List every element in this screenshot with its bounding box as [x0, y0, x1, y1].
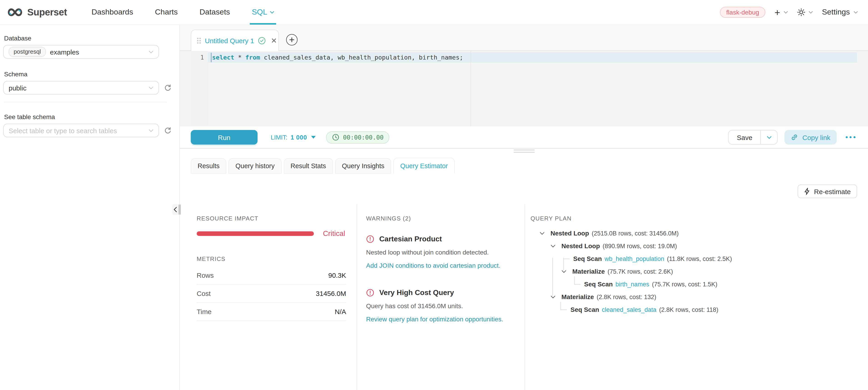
tab-query-insights[interactable]: Query Insights: [335, 158, 391, 174]
tab-result-stats[interactable]: Result Stats: [284, 158, 333, 174]
superset-logo[interactable]: Superset: [6, 0, 67, 25]
nav-item-dashboards[interactable]: Dashboards: [81, 0, 144, 25]
run-button[interactable]: Run: [191, 130, 257, 145]
warning-suggestion-link[interactable]: Review query plan for optimization oppor…: [366, 316, 515, 323]
result-tab-bar: Results Query history Result Stats Query…: [180, 154, 868, 174]
sql-lab-app: Superset Dashboards Charts Datasets SQL …: [0, 0, 868, 390]
metric-row-rows: Rows 90.3K: [197, 266, 346, 284]
resource-impact-section: RESOURCE IMPACT Critical METRICS Rows 90…: [180, 204, 356, 390]
sidebar-divider: [4, 102, 167, 102]
table-explorer-sidebar: Database postgresql examples Schema publ…: [0, 25, 180, 390]
sun-icon: [797, 8, 805, 17]
query-tab-title: Untitled Query 1: [205, 37, 254, 44]
warnings-heading: WARNINGS (2): [366, 215, 515, 222]
more-actions-button[interactable]: •••: [845, 133, 857, 141]
panel-resize-handle[interactable]: [179, 205, 181, 214]
close-tab-icon[interactable]: ✕: [271, 36, 277, 45]
tree-collapse-caret[interactable]: [539, 232, 545, 235]
impact-progress-bar: [197, 231, 314, 236]
tree-collapse-caret[interactable]: [550, 244, 556, 247]
new-dropdown[interactable]: +: [775, 7, 788, 17]
tree-corner-icon: [560, 302, 567, 310]
splitter-drag-handle[interactable]: [514, 150, 534, 154]
editor-toolbar: Run LIMIT:1 000 00:00:00.00 Save: [180, 126, 868, 149]
limit-dropdown[interactable]: LIMIT:1 000: [271, 134, 316, 141]
navbar-right: flask-debug + Settings: [720, 0, 858, 25]
resource-impact-heading: RESOURCE IMPACT: [197, 215, 346, 222]
chevron-down-icon: [270, 11, 275, 13]
settings-menu[interactable]: Settings: [822, 8, 858, 17]
plan-node-materialize-1: Materialize (75.7K rows, cost: 2.6K): [530, 265, 859, 278]
table-link[interactable]: wb_health_population: [604, 255, 664, 262]
plan-node-nested-loop-inner: Nested Loop (890.9M rows, cost: 19.0M): [530, 240, 859, 252]
lightning-icon: [804, 188, 810, 195]
metrics-heading: METRICS: [197, 256, 346, 262]
tree-collapse-caret[interactable]: [560, 270, 567, 273]
editor-print-margin: [471, 51, 471, 126]
refresh-tables-icon[interactable]: [164, 127, 172, 134]
tab-results[interactable]: Results: [191, 158, 226, 174]
query-timer: 00:00:00.00: [326, 131, 390, 143]
plus-icon: +: [775, 7, 780, 17]
tree-corner-icon: [574, 276, 581, 284]
copy-link-button[interactable]: Copy link: [785, 130, 837, 145]
query-estimator-panel: Re-estimate RESOURCE IMPACT Critical MET…: [180, 174, 868, 390]
query-saved-check-icon: [258, 37, 266, 44]
save-button[interactable]: Save: [729, 130, 761, 144]
query-tab[interactable]: Untitled Query 1 ✕: [191, 30, 279, 51]
tree-branch-icon: [563, 259, 569, 259]
query-plan-tree: Nested Loop (2515.0B rows, cost: 31456.0…: [530, 227, 859, 316]
table-select-placeholder: Select table or type to search tables: [9, 127, 117, 134]
impact-level-label: Critical: [323, 230, 345, 238]
chevron-down-icon: [783, 11, 788, 13]
query-tab-strip: Untitled Query 1 ✕: [180, 25, 868, 51]
add-query-tab-button[interactable]: [286, 34, 298, 46]
reestimate-button[interactable]: Re-estimate: [798, 184, 857, 198]
refresh-schemas-icon[interactable]: [164, 84, 172, 92]
collapse-sidebar-button[interactable]: [172, 204, 179, 215]
tree-collapse-caret[interactable]: [550, 295, 556, 298]
tab-query-estimator[interactable]: Query Estimator: [394, 158, 455, 174]
chevron-down-icon: [854, 11, 858, 13]
schema-select[interactable]: public: [3, 81, 159, 94]
environment-badge: flask-debug: [720, 7, 766, 18]
query-plan-section: QUERY PLAN Nested Loop (2515.0B rows, co…: [525, 204, 868, 390]
link-icon: [791, 133, 798, 141]
save-split-button: Save: [728, 130, 778, 145]
chevron-down-icon: [808, 11, 813, 13]
table-link[interactable]: birth_names: [616, 281, 649, 288]
theme-dropdown[interactable]: [797, 8, 813, 17]
table-select[interactable]: Select table or type to search tables: [3, 124, 159, 137]
plan-node-seq-scan-wb-health: Seq Scan wb_health_population (11.8K row…: [530, 252, 859, 265]
drag-handle-icon[interactable]: [197, 37, 201, 43]
warning-high-cost: Very High Cost Query Query has cost of 3…: [366, 289, 515, 323]
metric-row-time: Time N/A: [197, 303, 346, 321]
brand-name: Superset: [27, 7, 67, 18]
database-engine-tag: postgresql: [9, 47, 46, 57]
sql-editor[interactable]: 1 select * from cleaned_sales_data, wb_h…: [180, 51, 868, 126]
database-select[interactable]: postgresql examples: [3, 45, 159, 59]
editor-cursor: [211, 53, 212, 62]
timer-value: 00:00:00.00: [343, 133, 383, 141]
save-options-caret[interactable]: [761, 130, 777, 144]
warning-icon: [366, 289, 374, 297]
plan-node-seq-scan-cleaned-sales: Seq Scan cleaned_sales_data (2.8K rows, …: [530, 303, 859, 316]
table-schema-label: See table schema: [4, 113, 177, 120]
schema-select-value: public: [9, 84, 26, 92]
metric-row-cost: Cost 31456.0M: [197, 284, 346, 303]
plan-node-materialize-2: Materialize (2.8K rows, cost: 132): [530, 291, 859, 303]
nav-item-charts[interactable]: Charts: [144, 0, 188, 25]
clock-icon: [332, 133, 339, 141]
pane-splitter: [180, 149, 868, 154]
tree-connector-line: [552, 258, 553, 296]
caret-down-icon: [311, 136, 316, 139]
database-select-value: examples: [50, 48, 79, 56]
nav-item-sql[interactable]: SQL: [241, 0, 285, 25]
plan-node-nested-loop-root: Nested Loop (2515.0B rows, cost: 31456.0…: [530, 227, 859, 240]
warnings-section: WARNINGS (2) Cartesian Product Nested lo…: [356, 204, 525, 390]
tab-query-history[interactable]: Query history: [229, 158, 281, 174]
nav-item-datasets[interactable]: Datasets: [188, 0, 241, 25]
warning-suggestion-link[interactable]: Add JOIN conditions to avoid cartesian p…: [366, 262, 515, 269]
table-link[interactable]: cleaned_sales_data: [602, 306, 656, 313]
chevron-down-icon: [767, 136, 772, 139]
